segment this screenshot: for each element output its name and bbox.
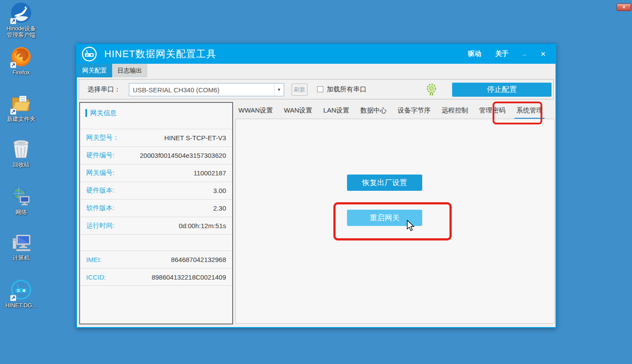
info-row-software-version: 软件版本: 2.30 xyxy=(80,199,232,217)
gateway-info-title: 网关信息 xyxy=(90,109,117,117)
shortcut-arrow-icon xyxy=(10,18,16,24)
info-row-imei: IMEI: 864687042132968 xyxy=(80,251,232,268)
shortcut-arrow-icon xyxy=(10,62,16,68)
desktop-icon-label: 新建文件夹 xyxy=(0,116,42,122)
close-button[interactable]: ✕ xyxy=(540,51,546,57)
desktop-icon-network[interactable]: 网络 xyxy=(0,186,42,215)
desktop-icon-label: Hinode设备 管理客户端 xyxy=(0,25,42,38)
load-all-ports-label: 加载所有串口 xyxy=(327,85,366,94)
tab-admin-password[interactable]: 管理密码 xyxy=(477,105,507,118)
tab-system-management[interactable]: 系统管理 xyxy=(515,105,544,120)
refresh-button[interactable]: 刷新 xyxy=(292,84,307,96)
system-management-panel: 恢复出厂设置 重启网关 xyxy=(235,119,555,324)
about-menu-button[interactable]: 关于 xyxy=(495,50,508,58)
serial-port-value: USB-SERIAL CH340 (COM6) xyxy=(129,86,274,94)
factory-reset-button[interactable]: 恢复出厂设置 xyxy=(347,175,422,191)
desktop-icon-label: Firefox xyxy=(0,69,42,76)
desktop: ✕ Hinode设备 管理客户端 xyxy=(0,0,632,364)
reboot-gateway-button[interactable]: 重启网关 xyxy=(347,210,422,226)
tab-lan-settings[interactable]: LAN设置 xyxy=(321,105,351,118)
desktop-icon-label: 网络 xyxy=(0,209,42,215)
section-marker xyxy=(85,109,87,117)
serial-port-label: 选择串口： xyxy=(88,85,121,94)
stop-config-button[interactable]: 停止配置 xyxy=(452,83,552,97)
desktop-icon-computer[interactable]: 计算机 xyxy=(0,231,42,261)
gateway-info-panel: 网关信息 网关型号： HINET S-TCP-ET-V3 硬件编号: 20003… xyxy=(79,102,233,324)
hinode-client-icon xyxy=(10,2,33,25)
desktop-icon-hinet-dg[interactable]: HINET.DG... xyxy=(0,279,42,309)
firefox-icon xyxy=(10,46,33,69)
info-row-hardware-id: 硬件编号: 20003f0014504e3157303620 xyxy=(80,146,232,164)
window-title: HINET数据网关配置工具 xyxy=(104,47,216,61)
tab-wan-settings[interactable]: WAN设置 xyxy=(282,105,314,118)
load-all-ports-checkbox[interactable] xyxy=(317,86,323,92)
main-tab-bar: 网关配置 日志输出 xyxy=(77,64,555,77)
tab-remote-control[interactable]: 远程控制 xyxy=(440,105,470,118)
info-row-hardware-version: 硬件版本: 3.00 xyxy=(80,182,232,199)
desktop-icon-hinode-client[interactable]: Hinode设备 管理客户端 xyxy=(0,2,42,38)
session-close-button[interactable]: ✕ xyxy=(617,4,631,11)
recycle-bin-icon xyxy=(10,138,33,161)
tab-byte-order[interactable]: 设备字节序 xyxy=(396,105,432,118)
computer-icon xyxy=(10,231,33,254)
app-logo-icon xyxy=(81,46,97,62)
connection-status-icon xyxy=(426,83,437,96)
settings-tab-bar: WWAN设置 WAN设置 LAN设置 数据中心 设备字节序 远程控制 管理密码 … xyxy=(237,105,554,120)
info-row-model: 网关型号： HINET S-TCP-ET-V3 xyxy=(80,129,232,146)
info-row-gateway-id: 网关编号: 110002187 xyxy=(80,164,232,182)
desktop-icon-new-folder[interactable]: 新建文件夹 xyxy=(0,92,42,122)
shortcut-arrow-icon xyxy=(10,109,16,115)
serial-port-select[interactable]: USB-SERIAL CH340 (COM6) ▼ xyxy=(129,83,284,96)
info-row-empty xyxy=(80,234,232,251)
folder-icon xyxy=(10,92,33,115)
titlebar[interactable]: HINET数据网关配置工具 驱动 关于 _ ✕ xyxy=(77,43,555,64)
hinet-gateway-icon xyxy=(10,279,33,302)
desktop-icon-recycle-bin[interactable]: 回收站 xyxy=(0,138,42,168)
desktop-icon-label: 回收站 xyxy=(0,161,42,168)
info-row-iccid: ICCID: 898604132218C0021409 xyxy=(80,268,232,286)
tab-gateway-config[interactable]: 网关配置 xyxy=(77,64,112,77)
tab-data-center[interactable]: 数据中心 xyxy=(358,105,388,118)
network-icon xyxy=(10,186,33,208)
app-window: HINET数据网关配置工具 驱动 关于 _ ✕ 网关配置 日志输出 选择串口： … xyxy=(76,43,556,328)
desktop-icon-label: HINET.DG... xyxy=(0,302,42,309)
desktop-icon-label: 计算机 xyxy=(0,255,42,261)
desktop-icon-firefox[interactable]: Firefox xyxy=(0,46,42,76)
tab-wwan-settings[interactable]: WWAN设置 xyxy=(237,105,275,118)
chevron-down-icon[interactable]: ▼ xyxy=(274,84,284,96)
tab-log-output[interactable]: 日志输出 xyxy=(112,64,147,77)
serial-port-panel: 选择串口： USB-SERIAL CH340 (COM6) ▼ 刷新 加载所有串… xyxy=(79,79,554,99)
shortcut-arrow-icon xyxy=(10,295,16,301)
info-row-uptime: 运行时间: 0d:00h:12m:51s xyxy=(80,217,232,234)
minimize-button[interactable]: _ xyxy=(522,49,526,55)
driver-menu-button[interactable]: 驱动 xyxy=(468,50,481,58)
